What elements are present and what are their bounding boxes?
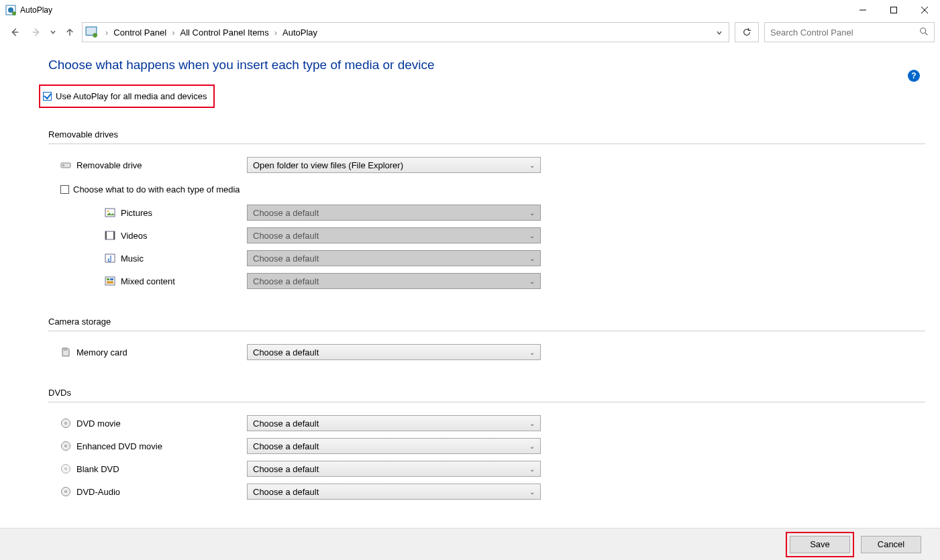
checkbox-icon	[60, 185, 69, 194]
chevron-down-icon: ⌄	[529, 420, 535, 427]
divider	[48, 402, 925, 402]
navigation-toolbar: › Control Panel › All Control Panel Item…	[0, 20, 940, 44]
dvd-icon	[60, 441, 71, 451]
device-label: Removable drive	[76, 160, 142, 170]
dropdown-value: Choose a default	[253, 276, 319, 286]
dropdown-value: Choose a default	[253, 347, 319, 357]
control-panel-icon	[85, 26, 97, 38]
footer: Save Cancel	[0, 528, 940, 560]
svg-rect-22	[107, 278, 109, 280]
dvd-movie-dropdown[interactable]: Choose a default ⌄	[247, 415, 541, 431]
blank-dvd-dropdown[interactable]: Choose a default ⌄	[247, 461, 541, 477]
section-header-removable: Removable drives	[48, 129, 925, 139]
dropdown-value: Choose a default	[253, 254, 319, 264]
titlebar: AutoPlay	[0, 0, 940, 20]
svg-point-1	[8, 7, 13, 13]
chevron-down-icon: ⌄	[529, 443, 535, 450]
chevron-right-icon: ›	[168, 27, 178, 38]
chevron-down-icon: ⌄	[529, 349, 535, 356]
mixed-content-icon	[105, 276, 115, 286]
media-label: Videos	[121, 231, 148, 241]
breadcrumb-item[interactable]: Control Panel	[113, 27, 166, 38]
search-icon	[919, 27, 929, 38]
svg-rect-27	[66, 349, 67, 351]
dropdown-value: Open folder to view files (File Explorer…	[253, 160, 403, 170]
search-input[interactable]	[770, 27, 919, 38]
svg-point-2	[12, 11, 16, 15]
svg-line-12	[925, 32, 928, 35]
svg-rect-4	[891, 7, 897, 13]
search-box[interactable]	[764, 22, 935, 42]
music-icon	[105, 253, 115, 264]
breadcrumb-item[interactable]: AutoPlay	[282, 27, 317, 38]
dropdown-value: Choose a default	[253, 208, 319, 218]
use-autoplay-checkbox[interactable]: Use AutoPlay for all media and devices	[43, 91, 207, 101]
chevron-down-icon: ⌄	[529, 255, 535, 262]
back-button[interactable]	[5, 23, 24, 42]
up-button[interactable]	[60, 23, 79, 42]
svg-rect-25	[64, 349, 64, 351]
removable-drive-dropdown[interactable]: Open folder to view files (File Explorer…	[247, 157, 541, 173]
dropdown-value: Choose a default	[253, 464, 319, 474]
window-title: AutoPlay	[20, 5, 52, 15]
enhanced-dvd-dropdown[interactable]: Choose a default ⌄	[247, 438, 541, 454]
svg-rect-24	[107, 281, 113, 284]
maximize-button[interactable]	[878, 0, 909, 20]
dropdown-value: Choose a default	[253, 441, 319, 451]
cancel-button[interactable]: Cancel	[861, 536, 921, 553]
divider	[48, 331, 925, 331]
svg-point-11	[921, 27, 926, 33]
dvd-icon	[60, 418, 71, 429]
highlight-annotation: Save	[786, 532, 854, 557]
divider	[48, 144, 925, 144]
choose-each-label: Choose what to do with each type of medi…	[73, 184, 240, 194]
content-area: ? Choose what happens when you insert ea…	[0, 44, 940, 528]
svg-rect-19	[113, 231, 115, 239]
mixed-content-dropdown[interactable]: Choose a default ⌄	[247, 273, 541, 289]
breadcrumb[interactable]: › Control Panel › All Control Panel Item…	[82, 22, 729, 42]
chevron-down-icon: ⌄	[529, 209, 535, 217]
svg-point-35	[65, 491, 67, 493]
chevron-right-icon: ›	[270, 27, 281, 38]
breadcrumb-dropdown[interactable]	[713, 27, 726, 38]
section-header-dvds: DVDs	[48, 388, 925, 398]
device-label: DVD movie	[76, 418, 121, 429]
use-autoplay-label: Use AutoPlay for all media and devices	[56, 91, 207, 101]
dvd-icon	[60, 486, 71, 497]
dvd-icon	[60, 463, 71, 474]
close-button[interactable]	[909, 0, 940, 20]
memory-card-dropdown[interactable]: Choose a default ⌄	[247, 344, 541, 360]
device-label: Blank DVD	[76, 464, 119, 474]
svg-rect-23	[110, 278, 113, 280]
svg-point-33	[65, 468, 67, 470]
svg-rect-14	[62, 164, 64, 166]
pictures-dropdown[interactable]: Choose a default ⌄	[247, 205, 541, 221]
breadcrumb-item[interactable]: All Control Panel Items	[180, 27, 268, 38]
choose-each-media-checkbox[interactable]: Choose what to do with each type of medi…	[48, 184, 925, 194]
pictures-icon	[105, 207, 115, 218]
media-label: Music	[121, 254, 144, 264]
music-dropdown[interactable]: Choose a default ⌄	[247, 250, 541, 266]
minimize-button[interactable]	[847, 0, 878, 20]
memory-card-icon	[60, 347, 71, 357]
device-label: DVD-Audio	[76, 487, 120, 497]
svg-point-29	[65, 423, 67, 425]
chevron-down-icon: ⌄	[529, 465, 535, 473]
device-label: Enhanced DVD movie	[76, 441, 162, 451]
chevron-down-icon: ⌄	[529, 278, 535, 285]
svg-rect-17	[105, 231, 115, 239]
help-button[interactable]: ?	[908, 70, 920, 82]
recent-locations-dropdown[interactable]	[48, 30, 58, 35]
refresh-button[interactable]	[735, 22, 759, 42]
forward-button[interactable]	[27, 23, 46, 42]
page-heading: Choose what happens when you insert each…	[48, 58, 925, 72]
autoplay-app-icon	[5, 5, 16, 15]
svg-rect-26	[65, 349, 66, 351]
media-label: Pictures	[121, 208, 152, 218]
checkbox-icon	[43, 92, 52, 101]
dvd-audio-dropdown[interactable]: Choose a default ⌄	[247, 484, 541, 500]
save-button[interactable]: Save	[790, 536, 850, 553]
highlight-annotation: Use AutoPlay for all media and devices	[39, 85, 215, 108]
videos-dropdown[interactable]: Choose a default ⌄	[247, 227, 541, 243]
svg-rect-18	[105, 231, 107, 239]
